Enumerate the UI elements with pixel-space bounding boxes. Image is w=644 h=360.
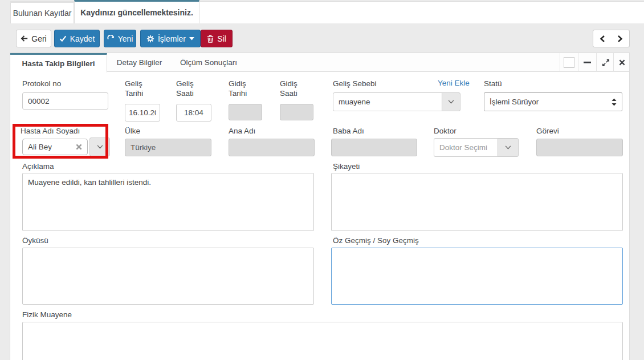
- hasta-adi-soyadi-input[interactable]: Ali Bey: [22, 139, 88, 155]
- tab-detail-info[interactable]: Detay Bilgiler: [107, 53, 172, 72]
- tab-updating-record[interactable]: Kaydınızı güncellemektesiniz.: [74, 0, 199, 23]
- oykusu-textarea[interactable]: [22, 248, 314, 305]
- check-icon: [59, 35, 67, 42]
- gelis-tarihi-label: Geliş Tarihi: [125, 79, 157, 98]
- hasta-adi-soyadi-label: Hasta Adı Soyadı: [21, 126, 80, 136]
- tab-patient-followup[interactable]: Hasta Takip Bilgileri: [10, 53, 107, 72]
- patient-form-panel: Hasta Takip Bilgileri Detay Bilgiler Ölç…: [10, 52, 630, 360]
- fizik-muayene-label: Fizik Muayene: [22, 310, 72, 319]
- gidis-saati-label: Gidiş Saati: [280, 79, 308, 98]
- protokol-no-input[interactable]: [22, 92, 108, 110]
- baba-adi-input: [331, 139, 417, 156]
- panel-tabbar: Hasta Takip Bilgileri Detay Bilgiler Ölç…: [10, 53, 629, 72]
- panel-close-button[interactable]: [613, 53, 630, 72]
- statu-label: Statü: [484, 79, 502, 88]
- baba-adi-label: Baba Adı: [333, 126, 364, 136]
- minus-icon: [584, 62, 591, 63]
- doktor-placeholder: Doktor Seçimi: [439, 143, 487, 152]
- protokol-no-label: Protokol no: [22, 79, 61, 88]
- gelis-sebebi-dropdown-button[interactable]: [442, 92, 460, 111]
- save-button-label: Kaydet: [70, 34, 95, 43]
- aciklama-label: Açıklama: [22, 161, 54, 171]
- chevron-down-icon: [448, 100, 454, 104]
- sikayeti-textarea[interactable]: [331, 173, 623, 231]
- updown-arrows-icon: [612, 98, 617, 106]
- oz-gecmis-textarea[interactable]: [331, 248, 623, 305]
- gelis-sebebi-value: muayene: [339, 98, 370, 106]
- hasta-adi-soyadi-dropdown-button[interactable]: [89, 137, 110, 156]
- chevron-down-icon: [505, 145, 511, 149]
- sikayeti-label: Şikayeti: [333, 161, 360, 171]
- statu-select[interactable]: İşlemi Sürüyor: [484, 92, 622, 111]
- tab-found-records[interactable]: Bulunan Kayıtlar: [10, 2, 74, 23]
- record-prev-button[interactable]: [593, 30, 612, 47]
- yeni-ekle-link[interactable]: Yeni Ekle: [438, 79, 470, 87]
- delete-button-label: Sil: [217, 34, 226, 43]
- tab-patient-followup-label: Hasta Takip Bilgileri: [22, 59, 95, 68]
- oz-gecmis-label: Öz Geçmiş / Soy Geçmiş: [333, 236, 419, 245]
- doktor-dropdown-button[interactable]: [498, 138, 519, 157]
- gorevi-label: Görevi: [536, 126, 559, 136]
- delete-button[interactable]: Sil: [201, 30, 233, 47]
- gear-icon: [146, 35, 154, 43]
- operations-button[interactable]: İşlemler: [140, 30, 201, 47]
- checkbox-square-icon: [564, 57, 574, 68]
- panel-collapse-button[interactable]: [578, 53, 596, 72]
- gorevi-input: [536, 139, 623, 156]
- app-screen: Bulunan Kayıtlar Kaydınızı güncellemekte…: [0, 0, 644, 360]
- gidis-saati-input: [280, 104, 313, 120]
- chevron-down-icon: [97, 145, 103, 149]
- tab-detail-info-label: Detay Bilgiler: [117, 58, 162, 67]
- close-icon: [619, 59, 625, 66]
- gidis-tarihi-label: Gidiş Tarihi: [229, 79, 260, 98]
- aciklama-textarea[interactable]: Muayene edildi, kan tahlilleri istendi.: [22, 173, 314, 231]
- panel-checkbox-button[interactable]: [560, 53, 578, 72]
- clear-x-icon[interactable]: [76, 144, 82, 150]
- caret-down-icon: [189, 37, 194, 41]
- refresh-icon: [107, 35, 115, 42]
- doktor-select[interactable]: Doktor Seçimi: [434, 138, 498, 157]
- gelis-saati-input[interactable]: [176, 104, 211, 122]
- tab-measurement-results[interactable]: Ölçüm Sonuçları: [172, 53, 246, 72]
- tab-measurement-results-label: Ölçüm Sonuçları: [180, 58, 237, 67]
- oykusu-label: Öyküsü: [22, 236, 48, 245]
- operations-button-label: İşlemler: [158, 34, 186, 43]
- new-button-label: Yeni: [118, 34, 133, 43]
- ana-adi-input: [229, 139, 315, 156]
- save-button[interactable]: Kaydet: [54, 30, 100, 47]
- back-button[interactable]: Geri: [16, 30, 51, 47]
- hasta-adi-soyadi-value: Ali Bey: [28, 143, 52, 151]
- statu-value: İşlemi Sürüyor: [490, 98, 539, 106]
- new-button[interactable]: Yeni: [104, 30, 136, 47]
- fizik-muayene-textarea[interactable]: [22, 322, 623, 360]
- tab-updating-record-label: Kaydınızı güncellemektesiniz.: [80, 8, 193, 17]
- ulke-input: Türkiye: [125, 139, 211, 156]
- chevron-right-icon: [617, 35, 623, 42]
- panel-expand-button[interactable]: [596, 53, 614, 72]
- chevron-left-icon: [600, 35, 605, 42]
- trash-icon: [207, 35, 214, 43]
- tab-found-records-label: Bulunan Kayıtlar: [13, 9, 72, 18]
- expand-arrows-icon: [602, 59, 610, 67]
- ulke-label: Ülke: [125, 126, 140, 136]
- gelis-tarihi-input[interactable]: [125, 104, 160, 122]
- back-button-label: Geri: [31, 34, 46, 43]
- gelis-saati-label: Geliş Saati: [176, 79, 205, 98]
- record-next-button[interactable]: [611, 30, 630, 47]
- gidis-tarihi-input: [229, 104, 262, 120]
- gelis-sebebi-select[interactable]: muayene: [333, 92, 442, 111]
- arrow-left-icon: [21, 35, 28, 42]
- gelis-sebebi-label: Geliş Sebebi: [333, 79, 377, 88]
- ana-adi-label: Ana Adı: [229, 126, 255, 136]
- doktor-label: Doktor: [434, 126, 456, 136]
